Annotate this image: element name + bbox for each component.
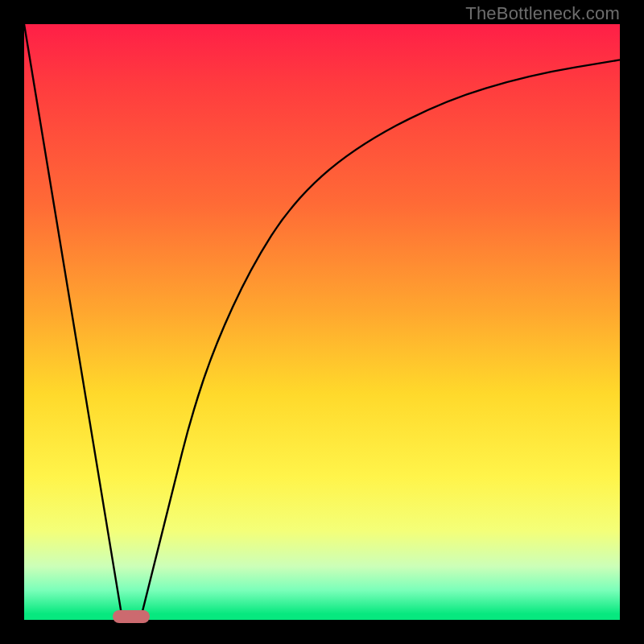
- plot-area: [24, 24, 620, 620]
- curve-right-segment: [140, 60, 620, 620]
- curve-layer: [24, 24, 620, 620]
- curve-left-segment: [24, 24, 122, 620]
- watermark-text: TheBottleneck.com: [465, 3, 620, 24]
- bottleneck-marker: [113, 610, 150, 623]
- chart-frame: TheBottleneck.com: [0, 0, 644, 644]
